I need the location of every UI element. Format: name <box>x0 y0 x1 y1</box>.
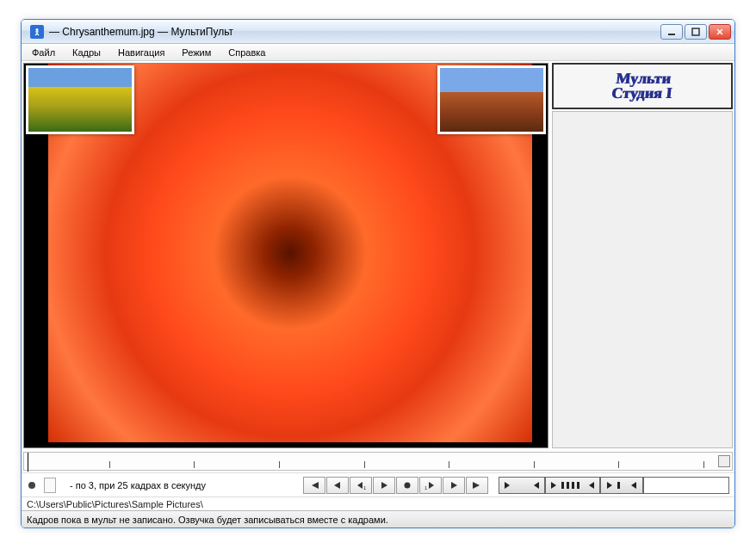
logo-line2: Студия I <box>610 84 672 102</box>
svg-rect-10 <box>617 482 620 489</box>
prev-frame-button[interactable] <box>326 477 349 494</box>
minimize-button[interactable] <box>660 24 683 40</box>
scroll-buttons <box>499 477 729 494</box>
svg-text:1: 1 <box>424 485 428 490</box>
window-controls <box>660 24 731 40</box>
content-area: Мульти Студия I <box>22 61 734 450</box>
timeline[interactable] <box>23 452 733 471</box>
svg-rect-2 <box>692 28 699 35</box>
record-indicator-icon <box>28 482 35 489</box>
svg-text:1: 1 <box>363 485 367 490</box>
main-column <box>23 63 548 448</box>
logo-panel: Мульти Студия I <box>552 63 733 109</box>
last-frame-button[interactable] <box>466 477 488 494</box>
next-thumbnail[interactable] <box>437 65 546 134</box>
menubar: Файл Кадры Навигация Режим Справка <box>22 44 734 61</box>
playback-info: - по 3, при 25 кадрах в секунду <box>63 480 213 490</box>
menu-mode[interactable]: Режим <box>175 46 218 59</box>
next-one-button[interactable]: 1 <box>419 477 442 494</box>
playback-buttons: 1 1 <box>303 477 488 494</box>
first-frame-button[interactable] <box>303 477 325 494</box>
svg-point-0 <box>36 28 39 31</box>
svg-rect-9 <box>577 482 579 489</box>
image-viewer[interactable] <box>23 63 548 448</box>
side-panel <box>552 111 733 448</box>
svg-rect-1 <box>668 34 675 35</box>
statusbar: Кадров пока в мульт не записано. Озвучка… <box>22 510 734 527</box>
next-frame-button[interactable] <box>443 477 465 494</box>
scroll-input[interactable] <box>643 477 729 494</box>
side-column: Мульти Студия I <box>552 63 733 448</box>
timeline-end-marker[interactable] <box>718 455 730 467</box>
svg-rect-8 <box>572 482 574 489</box>
titlebar[interactable]: — Chrysanthemum.jpg — МультиПульт <box>22 20 734 44</box>
menu-frames[interactable]: Кадры <box>65 46 108 59</box>
scroll-both-button[interactable] <box>499 477 545 494</box>
timeline-cursor[interactable] <box>28 453 28 472</box>
app-logo: Мульти Студия I <box>610 71 674 101</box>
controls-row: - по 3, при 25 кадрах в секунду 1 1 <box>22 472 734 497</box>
svg-rect-7 <box>567 482 569 489</box>
menu-navigation[interactable]: Навигация <box>111 46 171 59</box>
path-row: C:\Users\Public\Pictures\Sample Pictures… <box>22 497 734 510</box>
app-window: — Chrysanthemum.jpg — МультиПульт Файл К… <box>21 19 735 528</box>
scroll-small-button[interactable] <box>600 477 643 494</box>
menu-help[interactable]: Справка <box>221 46 272 59</box>
close-button[interactable] <box>709 24 731 40</box>
window-title: — Chrysanthemum.jpg — МультиПульт <box>49 26 660 38</box>
status-text: Кадров пока в мульт не записано. Озвучка… <box>27 515 388 525</box>
frame-thumb-icon <box>44 478 56 493</box>
current-path: C:\Users\Public\Pictures\Sample Pictures… <box>27 499 203 509</box>
prev-thumbnail[interactable] <box>26 65 134 134</box>
record-button[interactable] <box>396 477 418 494</box>
maximize-button[interactable] <box>685 24 707 40</box>
svg-rect-6 <box>561 482 564 489</box>
svg-point-4 <box>405 482 411 488</box>
app-icon <box>30 25 44 39</box>
prev-one-button[interactable]: 1 <box>350 477 372 494</box>
play-button[interactable] <box>373 477 395 494</box>
scroll-bars-button[interactable] <box>545 477 600 494</box>
menu-file[interactable]: Файл <box>25 46 62 59</box>
